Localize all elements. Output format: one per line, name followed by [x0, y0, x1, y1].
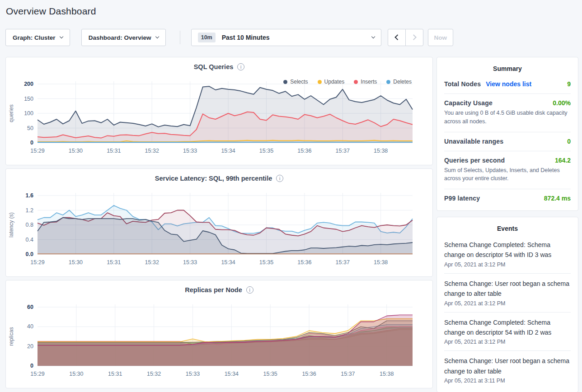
dashboard-dropdown-label: Dashboard: Overview: [89, 34, 151, 41]
service-latency-chart-card: Service Latency: SQL, 99th percentile i …: [5, 168, 433, 277]
summary-row-unavailable-ranges: Unavailable ranges 0: [444, 132, 571, 151]
legend-label: Updates: [324, 79, 345, 85]
events-list: Schema Change Completed: Schema change o…: [444, 235, 571, 389]
graph-dropdown-label: Graph: Cluster: [13, 34, 56, 41]
event-timestamp: Apr 05, 2021 at 3:12 PM: [444, 261, 571, 268]
svg-text:15:30: 15:30: [69, 259, 83, 266]
now-button[interactable]: Now: [428, 29, 453, 46]
chevron-down-icon: [59, 35, 63, 39]
svg-text:latency (s): latency (s): [8, 212, 14, 237]
event-text: Schema Change: User root began a schema …: [444, 356, 571, 376]
legend-label: Inserts: [361, 79, 377, 85]
events-panel: Events Schema Change Completed: Schema c…: [436, 217, 578, 392]
svg-text:15:37: 15:37: [336, 148, 350, 154]
svg-text:50: 50: [27, 125, 33, 131]
time-range-selector[interactable]: 10m Past 10 Minutes: [191, 29, 381, 46]
chevron-down-icon: [155, 35, 159, 39]
summary-row-p99-latency: P99 latency 872.4 ms: [444, 189, 571, 208]
info-icon[interactable]: i: [276, 175, 283, 182]
svg-text:15:34: 15:34: [225, 371, 239, 377]
chevron-left-icon: [394, 35, 400, 41]
summary-panel: Summary Total Nodes View nodes list 9 Ca…: [436, 57, 578, 211]
summary-label: Queries per second: [444, 157, 505, 164]
svg-text:1.2: 1.2: [26, 207, 33, 214]
svg-text:15:29: 15:29: [30, 148, 44, 154]
svg-text:15:32: 15:32: [145, 259, 159, 266]
page-title: Overview Dashboard: [0, 0, 582, 17]
chart-legend: SelectsUpdatesInsertsDeletes: [283, 79, 412, 85]
summary-value: 872.4 ms: [544, 195, 571, 202]
legend-dot-icon: [354, 80, 358, 84]
svg-text:0.8: 0.8: [26, 222, 33, 228]
divider: [180, 31, 180, 44]
event-item[interactable]: Schema Change Completed: Schema change o…: [444, 313, 571, 351]
sidebar: Summary Total Nodes View nodes list 9 Ca…: [436, 57, 578, 392]
svg-text:0.0: 0.0: [26, 251, 33, 257]
controls-bar: Graph: Cluster Dashboard: Overview 10m P…: [5, 29, 577, 46]
legend-label: Deletes: [393, 79, 412, 85]
summary-label: Capacity Usage: [444, 99, 493, 107]
svg-text:1.6: 1.6: [26, 192, 33, 199]
svg-text:20: 20: [27, 343, 33, 350]
svg-text:15:36: 15:36: [297, 148, 311, 154]
svg-text:15:33: 15:33: [186, 371, 200, 377]
svg-text:150: 150: [24, 96, 33, 102]
svg-text:15:31: 15:31: [107, 259, 121, 266]
summary-row-queries-per-second: Queries per second 164.2 Sum of Selects,…: [444, 151, 571, 190]
svg-text:200: 200: [24, 81, 33, 87]
svg-text:15:33: 15:33: [183, 259, 197, 266]
svg-text:15:38: 15:38: [380, 371, 394, 377]
svg-text:40: 40: [27, 323, 33, 330]
event-text: Schema Change: User root began a schema …: [444, 279, 571, 299]
view-nodes-list-link[interactable]: View nodes list: [486, 80, 531, 88]
info-icon[interactable]: i: [246, 286, 253, 294]
dashboard-dropdown[interactable]: Dashboard: Overview: [81, 29, 166, 46]
time-nav-group: [388, 29, 423, 46]
charts-column: SQL Queries i SelectsUpdatesInsertsDelet…: [5, 57, 433, 392]
event-timestamp: Apr 05, 2021 at 3:12 PM: [444, 339, 571, 345]
svg-text:0: 0: [30, 363, 33, 369]
svg-text:15:35: 15:35: [263, 371, 277, 377]
legend-dot-icon: [283, 80, 287, 84]
summary-row-capacity-usage: Capacity Usage 0.00% You are using 0 B o…: [444, 94, 571, 132]
legend-item[interactable]: Selects: [283, 79, 308, 85]
event-item[interactable]: Schema Change: User root began a schema …: [444, 351, 571, 389]
svg-text:15:35: 15:35: [259, 259, 273, 266]
event-text: Schema Change Completed: Schema change o…: [444, 317, 571, 338]
svg-text:15:37: 15:37: [341, 371, 355, 377]
time-range-label: Past 10 Minutes: [222, 34, 270, 41]
svg-text:15:30: 15:30: [69, 371, 83, 377]
summary-description: Sum of Selects, Updates, Inserts, and De…: [444, 166, 571, 183]
legend-item[interactable]: Inserts: [354, 79, 377, 85]
replicas-per-node-chart[interactable]: 020406015:2915:3015:3115:3215:3315:3415:…: [6, 294, 432, 384]
time-next-button[interactable]: [405, 29, 423, 46]
svg-text:15:31: 15:31: [108, 371, 122, 377]
legend-dot-icon: [318, 80, 322, 84]
summary-label: P99 latency: [444, 195, 480, 202]
chevron-down-icon: [371, 35, 375, 39]
summary-label: Total Nodes: [444, 80, 481, 88]
main-content: SQL Queries i SelectsUpdatesInsertsDelet…: [5, 57, 578, 392]
svg-text:15:34: 15:34: [221, 148, 235, 154]
event-item[interactable]: Schema Change: User root began a schema …: [444, 274, 571, 313]
svg-text:queries: queries: [8, 104, 14, 122]
legend-item[interactable]: Updates: [318, 79, 345, 85]
sql-queries-chart-card: SQL Queries i SelectsUpdatesInsertsDelet…: [5, 57, 433, 165]
time-prev-button[interactable]: [388, 29, 406, 46]
legend-item[interactable]: Deletes: [386, 79, 412, 85]
event-text: Schema Change Completed: Schema change o…: [444, 240, 571, 260]
svg-text:15:36: 15:36: [302, 371, 316, 377]
summary-value: 9: [567, 80, 571, 88]
graph-dropdown[interactable]: Graph: Cluster: [5, 29, 70, 46]
summary-label: Unavailable ranges: [444, 138, 503, 145]
info-icon[interactable]: i: [237, 63, 244, 70]
event-item[interactable]: Schema Change Completed: Schema change o…: [444, 235, 571, 274]
svg-text:replicas: replicas: [8, 327, 14, 345]
service-latency-chart[interactable]: 0.00.40.81.21.615:2915:3015:3115:3215:33…: [6, 183, 432, 272]
summary-row-total-nodes: Total Nodes View nodes list 9: [444, 75, 571, 94]
svg-text:15:32: 15:32: [145, 148, 159, 154]
event-timestamp: Apr 05, 2021 at 3:11 PM: [444, 378, 571, 384]
legend-label: Selects: [290, 79, 308, 85]
svg-text:0: 0: [30, 140, 33, 146]
svg-text:100: 100: [24, 110, 33, 117]
